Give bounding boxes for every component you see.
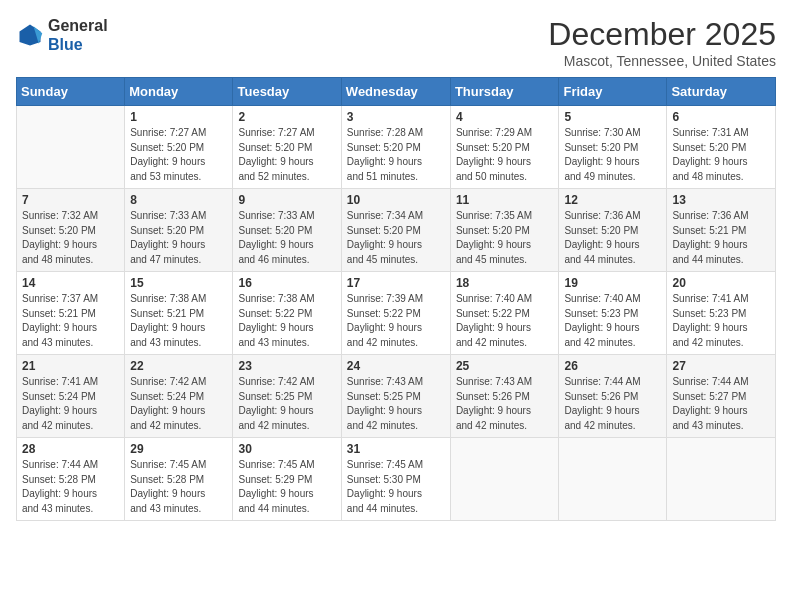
weekday-header: Tuesday: [233, 78, 341, 106]
day-info: Sunrise: 7:29 AMSunset: 5:20 PMDaylight:…: [456, 126, 554, 184]
title-area: December 2025 Mascot, Tennessee, United …: [548, 16, 776, 69]
day-number: 2: [238, 110, 335, 124]
calendar-cell: 11Sunrise: 7:35 AMSunset: 5:20 PMDayligh…: [450, 189, 559, 272]
calendar-cell: [450, 438, 559, 521]
calendar-cell: 31Sunrise: 7:45 AMSunset: 5:30 PMDayligh…: [341, 438, 450, 521]
day-number: 26: [564, 359, 661, 373]
day-info: Sunrise: 7:40 AMSunset: 5:23 PMDaylight:…: [564, 292, 661, 350]
location: Mascot, Tennessee, United States: [548, 53, 776, 69]
day-number: 5: [564, 110, 661, 124]
day-number: 31: [347, 442, 445, 456]
weekday-header: Wednesday: [341, 78, 450, 106]
calendar-cell: 15Sunrise: 7:38 AMSunset: 5:21 PMDayligh…: [125, 272, 233, 355]
calendar-cell: 14Sunrise: 7:37 AMSunset: 5:21 PMDayligh…: [17, 272, 125, 355]
weekday-header: Thursday: [450, 78, 559, 106]
logo: General Blue: [16, 16, 108, 54]
day-info: Sunrise: 7:41 AMSunset: 5:23 PMDaylight:…: [672, 292, 770, 350]
day-info: Sunrise: 7:33 AMSunset: 5:20 PMDaylight:…: [130, 209, 227, 267]
day-info: Sunrise: 7:44 AMSunset: 5:28 PMDaylight:…: [22, 458, 119, 516]
day-info: Sunrise: 7:45 AMSunset: 5:30 PMDaylight:…: [347, 458, 445, 516]
day-info: Sunrise: 7:27 AMSunset: 5:20 PMDaylight:…: [130, 126, 227, 184]
weekday-header: Saturday: [667, 78, 776, 106]
calendar-cell: 7Sunrise: 7:32 AMSunset: 5:20 PMDaylight…: [17, 189, 125, 272]
calendar-cell: 21Sunrise: 7:41 AMSunset: 5:24 PMDayligh…: [17, 355, 125, 438]
calendar-cell: [17, 106, 125, 189]
day-number: 21: [22, 359, 119, 373]
day-info: Sunrise: 7:45 AMSunset: 5:29 PMDaylight:…: [238, 458, 335, 516]
day-info: Sunrise: 7:39 AMSunset: 5:22 PMDaylight:…: [347, 292, 445, 350]
header: General Blue December 2025 Mascot, Tenne…: [16, 16, 776, 69]
logo-text: General Blue: [48, 16, 108, 54]
day-info: Sunrise: 7:32 AMSunset: 5:20 PMDaylight:…: [22, 209, 119, 267]
day-info: Sunrise: 7:36 AMSunset: 5:20 PMDaylight:…: [564, 209, 661, 267]
calendar-cell: 17Sunrise: 7:39 AMSunset: 5:22 PMDayligh…: [341, 272, 450, 355]
calendar-cell: 4Sunrise: 7:29 AMSunset: 5:20 PMDaylight…: [450, 106, 559, 189]
day-number: 23: [238, 359, 335, 373]
logo-general: General: [48, 17, 108, 34]
calendar-cell: 12Sunrise: 7:36 AMSunset: 5:20 PMDayligh…: [559, 189, 667, 272]
day-number: 13: [672, 193, 770, 207]
calendar-cell: 19Sunrise: 7:40 AMSunset: 5:23 PMDayligh…: [559, 272, 667, 355]
day-number: 25: [456, 359, 554, 373]
calendar-cell: 3Sunrise: 7:28 AMSunset: 5:20 PMDaylight…: [341, 106, 450, 189]
day-info: Sunrise: 7:43 AMSunset: 5:26 PMDaylight:…: [456, 375, 554, 433]
day-number: 29: [130, 442, 227, 456]
calendar: SundayMondayTuesdayWednesdayThursdayFrid…: [16, 77, 776, 521]
day-info: Sunrise: 7:35 AMSunset: 5:20 PMDaylight:…: [456, 209, 554, 267]
day-number: 22: [130, 359, 227, 373]
calendar-cell: 2Sunrise: 7:27 AMSunset: 5:20 PMDaylight…: [233, 106, 341, 189]
day-number: 20: [672, 276, 770, 290]
day-info: Sunrise: 7:31 AMSunset: 5:20 PMDaylight:…: [672, 126, 770, 184]
calendar-cell: 22Sunrise: 7:42 AMSunset: 5:24 PMDayligh…: [125, 355, 233, 438]
calendar-cell: [667, 438, 776, 521]
day-number: 11: [456, 193, 554, 207]
day-number: 24: [347, 359, 445, 373]
day-number: 15: [130, 276, 227, 290]
calendar-cell: 27Sunrise: 7:44 AMSunset: 5:27 PMDayligh…: [667, 355, 776, 438]
day-info: Sunrise: 7:45 AMSunset: 5:28 PMDaylight:…: [130, 458, 227, 516]
day-info: Sunrise: 7:41 AMSunset: 5:24 PMDaylight:…: [22, 375, 119, 433]
calendar-cell: 6Sunrise: 7:31 AMSunset: 5:20 PMDaylight…: [667, 106, 776, 189]
month-title: December 2025: [548, 16, 776, 53]
day-info: Sunrise: 7:33 AMSunset: 5:20 PMDaylight:…: [238, 209, 335, 267]
calendar-cell: 29Sunrise: 7:45 AMSunset: 5:28 PMDayligh…: [125, 438, 233, 521]
day-number: 17: [347, 276, 445, 290]
calendar-cell: 28Sunrise: 7:44 AMSunset: 5:28 PMDayligh…: [17, 438, 125, 521]
weekday-header: Friday: [559, 78, 667, 106]
day-number: 14: [22, 276, 119, 290]
day-number: 30: [238, 442, 335, 456]
day-info: Sunrise: 7:38 AMSunset: 5:22 PMDaylight:…: [238, 292, 335, 350]
weekday-header: Monday: [125, 78, 233, 106]
day-number: 19: [564, 276, 661, 290]
calendar-cell: 26Sunrise: 7:44 AMSunset: 5:26 PMDayligh…: [559, 355, 667, 438]
day-number: 6: [672, 110, 770, 124]
calendar-cell: [559, 438, 667, 521]
calendar-cell: 9Sunrise: 7:33 AMSunset: 5:20 PMDaylight…: [233, 189, 341, 272]
day-info: Sunrise: 7:34 AMSunset: 5:20 PMDaylight:…: [347, 209, 445, 267]
day-number: 3: [347, 110, 445, 124]
day-number: 12: [564, 193, 661, 207]
calendar-cell: 23Sunrise: 7:42 AMSunset: 5:25 PMDayligh…: [233, 355, 341, 438]
day-info: Sunrise: 7:44 AMSunset: 5:26 PMDaylight:…: [564, 375, 661, 433]
day-number: 16: [238, 276, 335, 290]
calendar-cell: 10Sunrise: 7:34 AMSunset: 5:20 PMDayligh…: [341, 189, 450, 272]
weekday-header: Sunday: [17, 78, 125, 106]
calendar-cell: 8Sunrise: 7:33 AMSunset: 5:20 PMDaylight…: [125, 189, 233, 272]
day-number: 18: [456, 276, 554, 290]
calendar-cell: 5Sunrise: 7:30 AMSunset: 5:20 PMDaylight…: [559, 106, 667, 189]
day-info: Sunrise: 7:30 AMSunset: 5:20 PMDaylight:…: [564, 126, 661, 184]
day-info: Sunrise: 7:44 AMSunset: 5:27 PMDaylight:…: [672, 375, 770, 433]
calendar-cell: 30Sunrise: 7:45 AMSunset: 5:29 PMDayligh…: [233, 438, 341, 521]
calendar-cell: 20Sunrise: 7:41 AMSunset: 5:23 PMDayligh…: [667, 272, 776, 355]
day-number: 1: [130, 110, 227, 124]
calendar-cell: 1Sunrise: 7:27 AMSunset: 5:20 PMDaylight…: [125, 106, 233, 189]
calendar-cell: 24Sunrise: 7:43 AMSunset: 5:25 PMDayligh…: [341, 355, 450, 438]
day-info: Sunrise: 7:36 AMSunset: 5:21 PMDaylight:…: [672, 209, 770, 267]
day-info: Sunrise: 7:42 AMSunset: 5:25 PMDaylight:…: [238, 375, 335, 433]
day-number: 8: [130, 193, 227, 207]
logo-blue: Blue: [48, 36, 83, 53]
day-info: Sunrise: 7:27 AMSunset: 5:20 PMDaylight:…: [238, 126, 335, 184]
calendar-cell: 25Sunrise: 7:43 AMSunset: 5:26 PMDayligh…: [450, 355, 559, 438]
day-number: 9: [238, 193, 335, 207]
day-info: Sunrise: 7:42 AMSunset: 5:24 PMDaylight:…: [130, 375, 227, 433]
